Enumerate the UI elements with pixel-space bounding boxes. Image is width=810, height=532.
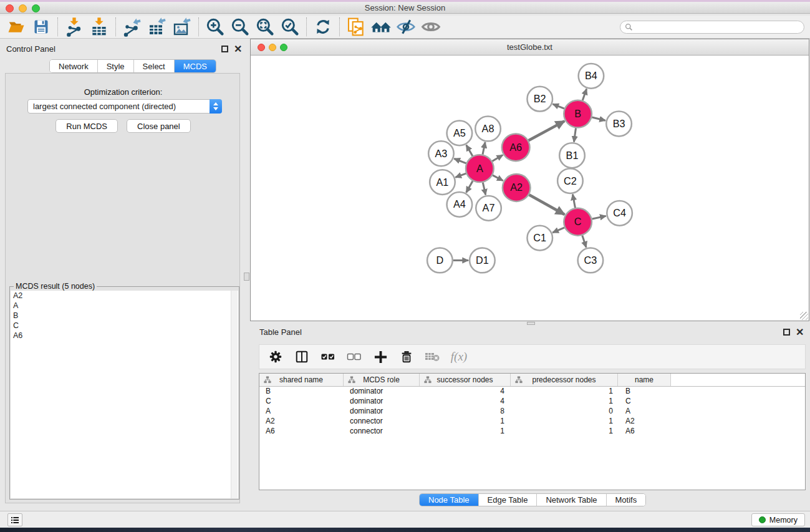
edge-A6-B[interactable] — [529, 121, 565, 140]
node-C1[interactable]: C1 — [527, 226, 552, 251]
close-panel-icon[interactable]: ✕ — [796, 329, 804, 336]
table-cell[interactable]: A — [259, 407, 344, 417]
edge-C-C3[interactable] — [582, 236, 586, 248]
hide-panels-button[interactable] — [393, 16, 418, 37]
open-file-button[interactable] — [4, 16, 29, 37]
search-field[interactable] — [620, 21, 804, 34]
table-cell[interactable]: connector — [344, 427, 420, 437]
result-scrollbar[interactable] — [231, 291, 238, 498]
tab-mcds[interactable]: MCDS — [175, 60, 216, 72]
table-cell[interactable]: dominator — [344, 397, 420, 407]
node-C[interactable]: C — [564, 208, 592, 236]
column-header-shared-name[interactable]: shared name — [259, 374, 344, 386]
column-header-MCDS-role[interactable]: MCDS role — [344, 374, 420, 386]
table-cell[interactable]: 0 — [511, 407, 618, 417]
zoom-in-button[interactable] — [203, 16, 228, 37]
tab-select[interactable]: Select — [134, 60, 175, 72]
edge-A-A3[interactable] — [454, 158, 466, 163]
table-cell[interactable]: 1 — [420, 417, 511, 427]
table-cell[interactable]: A6 — [618, 427, 671, 437]
criterion-dropdown[interactable]: largest connected component (directed) — [27, 99, 222, 114]
node-B1[interactable]: B1 — [559, 143, 585, 168]
tab-network[interactable]: Network — [50, 60, 98, 72]
table-row[interactable]: Cdominator41C — [259, 397, 805, 407]
network-canvas[interactable]: AA1A2A3A4A5A6A7A8BB1B2B3B4CC1C2C3C4DD1 — [251, 56, 809, 321]
edge-B-B3[interactable] — [592, 117, 605, 120]
memory-button[interactable]: Memory — [751, 513, 805, 526]
table-cell[interactable]: 1 — [511, 417, 618, 427]
table-cell[interactable]: 1 — [511, 397, 618, 407]
close-panel-button[interactable]: Close panel — [127, 119, 191, 133]
node-B4[interactable]: B4 — [579, 64, 604, 89]
zoom-selected-button[interactable] — [277, 16, 302, 37]
result-item[interactable]: B — [11, 311, 238, 321]
node-A[interactable]: A — [466, 155, 494, 182]
float-panel-icon[interactable] — [221, 46, 228, 52]
network-graph[interactable]: AA1A2A3A4A5A6A7A8BB1B2B3B4CC1C2C3C4DD1 — [251, 56, 809, 321]
show-columns-button[interactable] — [293, 346, 311, 367]
table-cell[interactable]: A2 — [259, 417, 344, 427]
result-item[interactable]: A6 — [11, 331, 238, 341]
table-cell[interactable]: dominator — [344, 407, 420, 417]
node-B[interactable]: B — [564, 100, 592, 128]
show-panels-button[interactable] — [418, 16, 443, 37]
tab-style[interactable]: Style — [98, 60, 134, 72]
table-row[interactable]: A6connector11A6 — [259, 427, 805, 437]
export-image-button[interactable] — [170, 16, 195, 37]
table-row[interactable]: Bdominator41B — [259, 387, 805, 397]
import-table-button[interactable] — [87, 16, 112, 37]
node-C2[interactable]: C2 — [557, 168, 583, 193]
delete-table-button[interactable] — [424, 346, 441, 367]
close-panel-icon[interactable]: ✕ — [234, 46, 242, 52]
result-item[interactable]: A2 — [11, 291, 238, 301]
table-cell[interactable]: dominator — [344, 387, 420, 397]
edge-A-A5[interactable] — [466, 145, 473, 157]
import-network-button[interactable] — [62, 16, 87, 37]
tab-edge-table[interactable]: Edge Table — [479, 494, 538, 506]
node-A6[interactable]: A6 — [502, 133, 530, 161]
edge-C-C2[interactable] — [572, 195, 575, 208]
table-cell[interactable]: C — [618, 397, 671, 407]
task-history-button[interactable] — [7, 513, 22, 526]
node-B2[interactable]: B2 — [527, 87, 552, 112]
edge-A-A1[interactable] — [455, 173, 466, 177]
edge-A-A2[interactable] — [493, 175, 503, 181]
split-divider-handle[interactable] — [244, 273, 249, 281]
node-A2[interactable]: A2 — [503, 174, 531, 201]
clone-network-button[interactable] — [344, 16, 369, 37]
node-A4[interactable]: A4 — [447, 192, 473, 217]
home-button[interactable] — [369, 16, 393, 37]
table-cell[interactable]: B — [259, 387, 344, 397]
node-D1[interactable]: D1 — [470, 248, 495, 273]
table-row[interactable]: Adominator80A — [259, 407, 805, 417]
node-A7[interactable]: A7 — [476, 196, 501, 221]
tab-node-table[interactable]: Node Table — [420, 494, 479, 506]
table-cell[interactable]: 1 — [511, 427, 618, 437]
table-cell[interactable]: 1 — [511, 387, 618, 397]
add-column-button[interactable] — [372, 346, 389, 367]
mcds-result-list[interactable]: A2ABCA6 — [11, 291, 238, 498]
delete-column-button[interactable] — [398, 346, 415, 367]
float-panel-icon[interactable] — [783, 329, 790, 336]
table-cell[interactable]: A6 — [259, 427, 344, 437]
search-input[interactable] — [635, 22, 804, 32]
tab-motifs[interactable]: Motifs — [607, 494, 646, 506]
table-cell[interactable]: B — [618, 387, 671, 397]
node-A3[interactable]: A3 — [428, 141, 454, 166]
edge-B-B2[interactable] — [552, 104, 564, 109]
column-header-predecessor-nodes[interactable]: predecessor nodes — [511, 374, 618, 386]
column-header-name[interactable]: name — [618, 374, 671, 386]
node-A1[interactable]: A1 — [430, 170, 455, 195]
edge-B-B4[interactable] — [582, 89, 586, 100]
resize-grip[interactable] — [800, 312, 808, 320]
node-A8[interactable]: A8 — [475, 117, 501, 142]
edge-A-A6[interactable] — [492, 155, 503, 162]
export-table-button[interactable] — [145, 16, 170, 37]
node-A5[interactable]: A5 — [447, 121, 473, 146]
node-C3[interactable]: C3 — [578, 248, 604, 273]
table-cell[interactable]: A2 — [618, 417, 671, 427]
node-D[interactable]: D — [427, 248, 453, 273]
node-C4[interactable]: C4 — [607, 201, 632, 226]
edge-A2-C[interactable] — [529, 195, 564, 215]
node-B3[interactable]: B3 — [606, 112, 632, 137]
